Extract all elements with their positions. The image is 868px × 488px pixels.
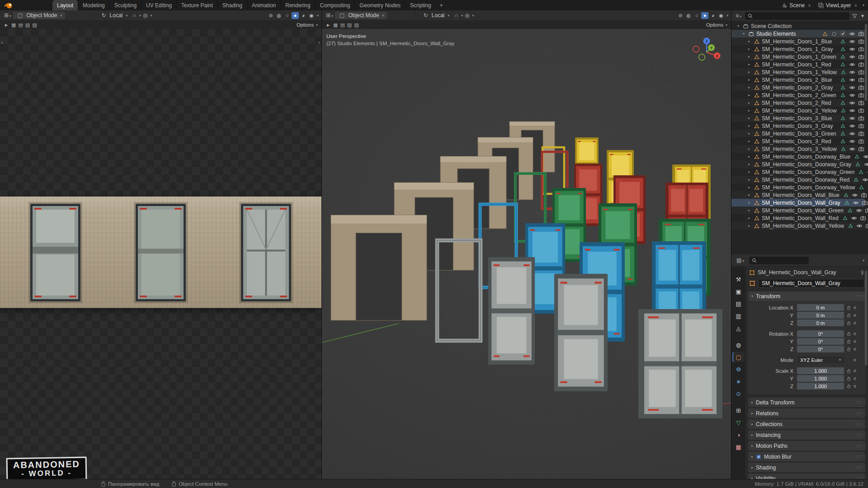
outliner-object-row[interactable]: ▸ SM_Hermetic_Doors_2_Gray xyxy=(731,84,865,91)
properties-section-header[interactable]: ▸ Shading ∷∷ xyxy=(748,463,865,472)
select-box-icon[interactable]: ▦ xyxy=(333,22,338,28)
shading-solid-icon[interactable]: ● xyxy=(701,12,708,19)
object-icon[interactable] xyxy=(749,280,755,286)
filter-funnel-icon[interactable] xyxy=(852,13,858,19)
properties-section-header[interactable]: ▸ Motion Paths ∷∷ xyxy=(748,441,865,450)
properties-section-header[interactable]: ▸ Visibility ∷∷ xyxy=(748,474,865,479)
eye-icon[interactable] xyxy=(848,61,856,68)
select-intersect-icon[interactable]: ▨ xyxy=(32,22,37,28)
workspace-tab[interactable]: Shading xyxy=(217,0,247,10)
panel-drag-handle[interactable]: ∷∷ xyxy=(855,476,862,479)
proportional-edit-icon[interactable]: ◎ xyxy=(463,12,471,19)
outliner-options-icon[interactable]: ▾ xyxy=(860,13,865,19)
outliner-object-row[interactable]: ▸ SM_Hermetic_Doors_1_Red xyxy=(731,61,865,68)
navigation-gizmo[interactable]: Z Y X xyxy=(689,35,724,70)
orientation-select[interactable]: ↻ Local▾ xyxy=(419,12,453,19)
animate-dot-icon[interactable] xyxy=(853,332,857,336)
value-field[interactable]: 1.000 ▾ xyxy=(797,367,844,374)
select-extend-icon[interactable]: ▤ xyxy=(18,22,23,28)
scene-unlink-icon[interactable]: × xyxy=(807,3,811,8)
camera-icon[interactable] xyxy=(857,38,865,45)
shading-wireframe-icon[interactable]: ○ xyxy=(283,12,291,19)
outliner-object-row[interactable]: ▸ SM_Hermetic_Doors_1_Gray xyxy=(731,45,865,53)
properties-tab[interactable]: ◍ xyxy=(732,340,745,350)
value-field[interactable]: 0° ▾ xyxy=(797,338,844,345)
snap-magnet-icon[interactable]: ∩ xyxy=(131,12,138,19)
orientation-select[interactable]: ↻ Local▾ xyxy=(97,12,131,19)
properties-section-header[interactable]: ▸ Relations ∷∷ xyxy=(748,408,865,418)
properties-tab[interactable]: ▥ xyxy=(732,311,745,321)
scene-wall-tan[interactable] xyxy=(331,215,427,320)
value-field[interactable]: XYZ Euler ▾ xyxy=(797,357,844,363)
panel-drag-handle[interactable]: ∷∷ xyxy=(855,411,862,416)
doors-scene-canvas[interactable] xyxy=(322,29,731,479)
animate-dot-icon[interactable] xyxy=(853,306,857,310)
eye-icon[interactable] xyxy=(855,207,863,214)
eye-icon[interactable] xyxy=(850,215,858,221)
eye-icon[interactable] xyxy=(848,31,856,37)
properties-scrollbar[interactable] xyxy=(865,271,867,366)
properties-tab[interactable]: ⊞ xyxy=(732,405,745,415)
eye-icon[interactable] xyxy=(848,123,856,129)
outliner-collection-row[interactable]: ▾ Studio Elements xyxy=(731,30,865,38)
select-subtract-icon[interactable]: ▧ xyxy=(347,22,352,28)
lock-icon[interactable] xyxy=(846,339,851,344)
shading-wireframe-icon[interactable]: ○ xyxy=(693,12,700,19)
gizmo-neg-x[interactable] xyxy=(693,46,699,52)
eye-icon[interactable] xyxy=(856,223,863,229)
outliner-object-row[interactable]: ▸ SM_Hermetic_Doors_1_Blue xyxy=(731,38,865,45)
eye-icon[interactable] xyxy=(848,131,856,137)
camera-icon[interactable] xyxy=(857,54,865,60)
eye-icon[interactable] xyxy=(848,77,856,83)
camera-icon[interactable] xyxy=(858,108,865,114)
eye-icon[interactable] xyxy=(866,169,868,175)
properties-section-header[interactable]: ▸ Motion Blur ∷∷ xyxy=(748,452,865,461)
section-checkbox[interactable] xyxy=(756,454,761,460)
scene-double-gray[interactable] xyxy=(638,309,722,418)
panel-drag-handle[interactable]: ∷∷ xyxy=(855,422,862,427)
eye-icon[interactable] xyxy=(848,115,856,122)
camera-icon[interactable] xyxy=(864,207,868,214)
outliner-object-row[interactable]: ▸ SM_Hermetic_Doors_Doorway_Yellow xyxy=(731,183,865,191)
outliner-object-row[interactable]: ▸ SM_Hermetic_Doors_Wall_Green xyxy=(731,206,865,214)
wall-doors-canvas[interactable] xyxy=(0,29,321,479)
lock-icon[interactable] xyxy=(846,347,851,352)
right-options[interactable]: Options▾ xyxy=(706,22,727,28)
outliner-scrollbar[interactable] xyxy=(865,24,867,101)
tool-fallback-icon[interactable]: ▸ xyxy=(4,22,9,28)
panel-drag-handle[interactable]: ∷∷ xyxy=(855,432,862,437)
outliner-object-row[interactable]: ▸ SM_Hermetic_Doors_Doorway_Green xyxy=(731,168,865,176)
scene-selector[interactable]: Scene × xyxy=(779,2,814,9)
outliner-editor-icon[interactable]: ≡▾ xyxy=(734,13,743,19)
camera-icon[interactable] xyxy=(865,223,868,229)
camera-icon[interactable] xyxy=(857,84,865,91)
properties-tab[interactable]: ▤ xyxy=(732,299,745,309)
editor-type-icon[interactable]: ⊞▾ xyxy=(3,12,13,19)
outliner-object-row[interactable]: ▸ SM_Hermetic_Doors_Doorway_Gray xyxy=(731,160,865,168)
shading-solid-icon[interactable]: ● xyxy=(292,12,299,19)
outliner-object-row[interactable]: ▸ SM_Hermetic_Doors_1_Green xyxy=(731,53,865,61)
outliner-object-row[interactable]: ▸ SM_Hermetic_Doors_2_Green xyxy=(731,91,865,99)
lock-icon[interactable] xyxy=(846,320,851,325)
gizmo-toggle-icon[interactable]: ◍ xyxy=(685,12,692,19)
camera-icon[interactable] xyxy=(857,92,865,99)
outliner-object-row[interactable]: ▸ SM_Hermetic_Doors_Wall_Yellow xyxy=(731,222,865,230)
lock-icon[interactable] xyxy=(846,376,851,381)
panel-drag-handle[interactable]: ∷∷ xyxy=(855,454,862,459)
editor-type-icon[interactable]: ⊞▾ xyxy=(325,12,335,19)
outliner-object-row[interactable]: ▸ SM_Hermetic_Doors_Wall_Blue xyxy=(731,191,865,199)
workspace-tab[interactable]: Rendering xyxy=(280,0,315,10)
select-box-icon[interactable]: ▦ xyxy=(11,22,16,28)
properties-section-header[interactable]: ▸ Collections ∷∷ xyxy=(748,419,865,429)
camera-icon[interactable] xyxy=(858,69,865,75)
eye-icon[interactable] xyxy=(848,84,856,91)
proportional-edit-icon[interactable]: ◎ xyxy=(142,12,149,19)
blender-logo-icon[interactable] xyxy=(0,2,15,9)
value-field[interactable]: 0 m ▾ xyxy=(797,304,844,311)
eye-icon[interactable] xyxy=(851,192,859,198)
properties-section-header[interactable]: ▸ Delta Transform ∷∷ xyxy=(748,398,865,407)
outliner-object-row[interactable]: ▸ SM_Hermetic_Doors_3_Blue xyxy=(731,114,865,122)
value-field[interactable]: 0° ▾ xyxy=(797,330,844,337)
overlays-icon[interactable]: ⊘ xyxy=(677,12,684,19)
camera-icon[interactable] xyxy=(857,138,865,145)
